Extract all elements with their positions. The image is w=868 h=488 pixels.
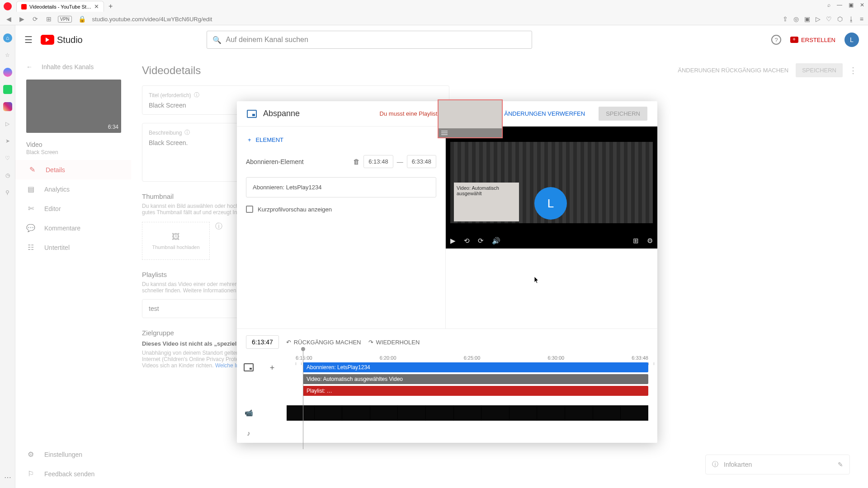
instagram-icon[interactable] [3, 102, 12, 111]
track-subscribe[interactable]: Abonnieren: LetsPlay1234 [303, 362, 648, 372]
pencil-icon: ✎ [28, 165, 37, 174]
forward-icon[interactable]: ▶ [18, 14, 26, 23]
video-track-icon: 📹 [237, 409, 260, 417]
timeline-redo-button[interactable]: ↷WIEDERHOLEN [368, 339, 420, 346]
back-to-content[interactable]: ← Inhalte des Kanals [15, 60, 131, 74]
delete-element-icon[interactable]: 🗑 [353, 158, 360, 165]
preview-playlist-element[interactable] [438, 99, 503, 138]
hamburger-icon[interactable]: ☰ [24, 34, 33, 45]
discard-button[interactable]: ÄNDERUNGEN VERWERFEN [504, 110, 585, 117]
analytics-icon: ▤ [26, 185, 35, 193]
close-window-icon[interactable]: ✕ [860, 2, 864, 8]
send-icon[interactable]: ➤ [3, 136, 12, 145]
studio-text: Studio [57, 35, 83, 45]
start-time-input[interactable]: 6:13:48 [363, 155, 393, 168]
nav-feedback[interactable]: ⚐Feedback senden [15, 464, 131, 483]
rewind-icon[interactable]: ⟲ [464, 237, 470, 245]
grid-icon[interactable]: ⊞ [633, 237, 639, 245]
more-options-icon[interactable]: ⋮ [849, 66, 857, 75]
video-track[interactable] [287, 405, 648, 421]
video-preview[interactable]: Video: Automatisch ausgewählt L ▶ ⟲ ⟳ 🔊 … [446, 127, 657, 249]
infocards-row[interactable]: ⓘ Infokarten ✎ [705, 455, 850, 474]
speed-dial-icon[interactable]: ⊞ [44, 14, 53, 23]
timeline-current-time[interactable]: 6:13:47 [246, 335, 279, 349]
pencil-icon[interactable]: ✎ [838, 461, 843, 468]
pinboard-icon[interactable]: ⚲ [3, 188, 12, 197]
download-icon[interactable]: ⭳ [848, 15, 854, 23]
whatsapp-icon[interactable] [3, 85, 12, 94]
addr-action-icon[interactable]: ▣ [804, 15, 810, 23]
preview-video-element[interactable]: Video: Automatisch ausgewählt [454, 183, 519, 221]
help-small-icon[interactable]: ⓘ [194, 91, 199, 99]
back-label: Inhalte des Kanals [42, 63, 94, 70]
play-icon[interactable]: ▶ [450, 237, 456, 245]
maximize-icon[interactable]: ▣ [849, 2, 854, 8]
search-input[interactable]: 🔍 Auf deinem Kanal suchen [207, 31, 532, 49]
minimize-icon[interactable]: — [837, 2, 842, 8]
timeline-undo-button[interactable]: ↶RÜCKGÄNGIG MACHEN [286, 339, 361, 346]
heart-icon[interactable]: ♡ [826, 15, 832, 23]
play-icon[interactable]: ▷ [3, 119, 12, 128]
add-element-button[interactable]: + ELEMENT [246, 134, 436, 146]
search-icon[interactable]: ⌕ [827, 2, 830, 8]
playlist-lines-icon [441, 132, 448, 133]
checkbox-icon[interactable] [246, 206, 253, 213]
gear-icon[interactable]: ⚙ [647, 237, 653, 245]
history-icon[interactable]: ◷ [3, 171, 12, 180]
url-text[interactable]: studio.youtube.com/video/4LwYBcN6URg/edi… [92, 16, 778, 23]
save-button-disabled: SPEICHERN [796, 63, 843, 77]
playhead[interactable] [303, 350, 303, 449]
sidebar-more-icon[interactable]: ⋯ [4, 473, 11, 482]
help-small-icon[interactable]: ⓘ [215, 222, 222, 231]
video-thumbnail[interactable]: 6:34 [26, 80, 121, 133]
preview-controls: ▶ ⟲ ⟳ 🔊 ⊞ ⚙ [450, 237, 653, 245]
addr-action-icon[interactable]: ⇪ [783, 15, 788, 23]
track-video[interactable]: Video: Automatisch ausgewähltes Video [303, 374, 648, 384]
page-title: Videodetails [142, 64, 678, 77]
close-tab-icon[interactable]: ✕ [94, 3, 99, 10]
help-small-icon[interactable]: ⓘ [184, 129, 190, 136]
nav-editor[interactable]: ✄Editor [15, 199, 131, 218]
addr-action-icon[interactable]: ▷ [816, 15, 821, 23]
search-icon: 🔍 [212, 36, 222, 44]
editor-icon: ✄ [26, 204, 35, 213]
back-icon[interactable]: ◀ [5, 14, 13, 23]
gear-icon: ⚙ [26, 450, 35, 459]
forward-icon[interactable]: ⟳ [478, 237, 484, 245]
nav-subtitles[interactable]: ☷Untertitel [15, 238, 131, 257]
browser-tab[interactable]: Videodetails - YouTube St… ✕ [16, 1, 104, 12]
element-tracks[interactable]: Abonnieren: LetsPlay1234 Video: Automati… [284, 362, 648, 398]
new-tab-button[interactable]: + [108, 2, 113, 10]
preview-checkbox-row[interactable]: Kurzprofilvorschau anzeigen [246, 206, 436, 213]
lock-icon: 🔒 [76, 14, 88, 23]
reload-icon[interactable]: ⟳ [31, 14, 40, 23]
avatar[interactable]: L [844, 33, 859, 47]
workspace-icon[interactable]: ⌂ [3, 33, 12, 42]
vpn-badge[interactable]: VPN [58, 16, 72, 23]
heart-sidebar-icon[interactable]: ♡ [3, 154, 12, 163]
addr-action-icon[interactable]: ⬡ [837, 15, 843, 23]
nav-video-name: Black Screen [15, 149, 131, 160]
help-icon[interactable]: ? [771, 35, 781, 45]
thumbnail-upload[interactable]: 🖼 Thumbnail hochladen [142, 222, 210, 260]
track-playlist[interactable]: Playlist: … [303, 386, 648, 396]
nav-comments[interactable]: 💬Kommentare [15, 218, 131, 238]
menu-icon[interactable]: ≡ [860, 15, 863, 23]
audio-track[interactable] [287, 426, 648, 440]
studio-logo[interactable]: Studio [41, 35, 83, 45]
end-time-input[interactable]: 6:33:48 [407, 155, 436, 168]
volume-icon[interactable]: 🔊 [492, 237, 500, 245]
preview-subscribe-element[interactable]: L [534, 187, 567, 220]
undo-changes-button[interactable]: ÄNDERUNGEN RÜCKGÄNGIG MACHEN [678, 67, 788, 74]
messenger-icon[interactable] [3, 68, 12, 77]
subscribe-element-box[interactable]: Abonnieren: LetsPlay1234 [246, 177, 436, 197]
nav-analytics[interactable]: ▤Analytics [15, 179, 131, 199]
addr-action-icon[interactable]: ◎ [793, 15, 799, 23]
nav-settings[interactable]: ⚙Einstellungen [15, 445, 131, 464]
youtube-play-icon [41, 35, 54, 45]
create-button[interactable]: ERSTELLEN [790, 37, 835, 43]
nav-details[interactable]: ✎Details [15, 160, 131, 179]
add-track-button[interactable]: + [260, 363, 284, 373]
timeline-ruler[interactable]: 6:15:00 6:20:00 6:25:00 6:30:00 6:33:48 [296, 355, 657, 361]
bookmarks-icon[interactable]: ☆ [3, 51, 12, 60]
